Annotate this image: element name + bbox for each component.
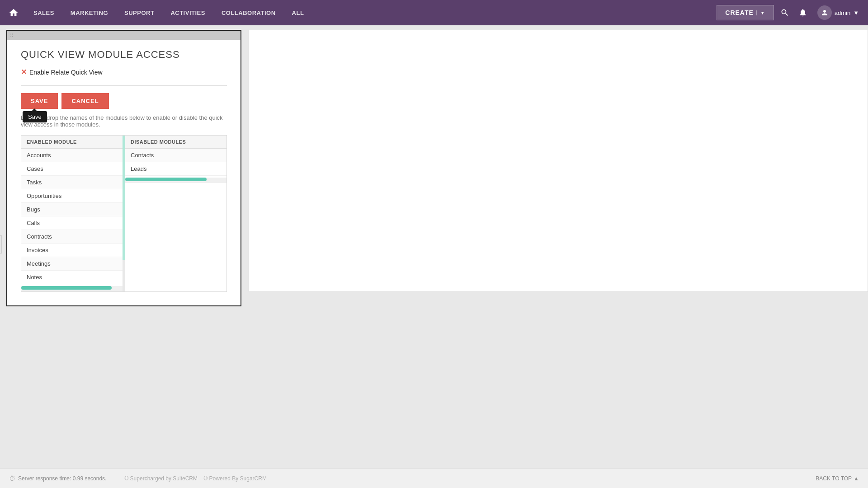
footer-left: ⏱ Server response time: 0.99 seconds. bbox=[9, 475, 106, 482]
save-button[interactable]: SAVE bbox=[21, 93, 58, 109]
disabled-modules-list: ContactsLeads bbox=[125, 149, 226, 176]
panel-content: QUICK VIEW MODULE ACCESS ✕ Enable Relate… bbox=[7, 40, 241, 305]
notifications-button[interactable] bbox=[796, 5, 810, 20]
enabled-modules-list: AccountsCasesTasksOpportunitiesBugsCalls… bbox=[21, 149, 123, 284]
sidebar-toggle[interactable]: ▶ bbox=[0, 235, 2, 253]
user-avatar bbox=[817, 5, 832, 20]
user-label: admin bbox=[835, 9, 850, 16]
drag-dots-icon: ⠿ bbox=[10, 33, 14, 38]
enabled-module-item[interactable]: Invoices bbox=[21, 244, 123, 257]
nav-item-all[interactable]: ALL bbox=[284, 0, 312, 25]
disabled-scrollbar-area[interactable] bbox=[125, 178, 226, 183]
enabled-module-item[interactable]: Tasks bbox=[21, 176, 123, 189]
back-to-top-button[interactable]: BACK TO TOP ▲ bbox=[816, 475, 859, 482]
disabled-column-header: DISABLED MODULES bbox=[125, 136, 226, 149]
nav-menu: SALES MARKETING SUPPORT ACTIVITIES COLLA… bbox=[25, 0, 717, 25]
footer-center: © Supercharged by SuiteCRM © Powered By … bbox=[124, 475, 267, 482]
enabled-module-item[interactable]: Calls bbox=[21, 216, 123, 230]
panel-drag-handle[interactable]: ⠿ bbox=[7, 31, 241, 40]
supercharged-text: © Supercharged by SuiteCRM bbox=[124, 475, 198, 482]
enabled-column: ENABLED MODULE AccountsCasesTasksOpportu… bbox=[21, 136, 123, 291]
content-area bbox=[249, 30, 868, 292]
enabled-scrollbar-thumb[interactable] bbox=[21, 286, 112, 290]
cancel-button[interactable]: CANCEL bbox=[61, 93, 108, 109]
enabled-module-item[interactable]: Meetings bbox=[21, 257, 123, 271]
nav-item-support[interactable]: SUPPORT bbox=[116, 0, 162, 25]
enabled-module-item[interactable]: Contracts bbox=[21, 230, 123, 244]
home-button[interactable] bbox=[5, 5, 22, 21]
nav-item-activities[interactable]: ACTIVITIES bbox=[162, 0, 213, 25]
server-response-text: Server response time: 0.99 seconds. bbox=[18, 475, 106, 482]
enable-label: Enable Relate Quick View bbox=[29, 69, 103, 76]
footer: ⏱ Server response time: 0.99 seconds. © … bbox=[0, 468, 868, 488]
up-arrow-icon: ▲ bbox=[854, 475, 859, 482]
quick-view-panel: ⠿ QUICK VIEW MODULE ACCESS ✕ Enable Rela… bbox=[6, 30, 241, 306]
nav-item-marketing[interactable]: MARKETING bbox=[62, 0, 116, 25]
user-menu-button[interactable]: admin ▼ bbox=[814, 4, 863, 22]
button-row: SAVE CANCEL Save bbox=[21, 93, 227, 109]
enabled-module-item[interactable]: Cases bbox=[21, 162, 123, 176]
disabled-module-item[interactable]: Contacts bbox=[125, 149, 226, 162]
disabled-module-item[interactable]: Leads bbox=[125, 162, 226, 176]
user-dropdown-arrow: ▼ bbox=[853, 9, 859, 16]
create-button[interactable]: CREATE ▼ bbox=[717, 5, 774, 20]
top-navigation: SALES MARKETING SUPPORT ACTIVITIES COLLA… bbox=[0, 0, 868, 25]
enabled-column-header: ENABLED MODULE bbox=[21, 136, 123, 149]
enable-row: ✕ Enable Relate Quick View bbox=[21, 68, 227, 76]
back-to-top-label: BACK TO TOP bbox=[816, 475, 852, 482]
create-dropdown-arrow: ▼ bbox=[756, 10, 765, 15]
disabled-column: DISABLED MODULES ContactsLeads bbox=[125, 136, 226, 291]
enabled-module-item[interactable]: Opportunities bbox=[21, 189, 123, 203]
enabled-scrollbar-area[interactable] bbox=[21, 286, 123, 291]
save-tooltip: Save bbox=[23, 111, 47, 122]
powered-text: © Powered By SugarCRM bbox=[203, 475, 267, 482]
enabled-module-item[interactable]: Bugs bbox=[21, 203, 123, 216]
enabled-module-item[interactable]: Accounts bbox=[21, 149, 123, 162]
nav-right: CREATE ▼ admin ▼ bbox=[717, 4, 863, 22]
nav-item-sales[interactable]: SALES bbox=[25, 0, 62, 25]
main-content: ▶ ⠿ QUICK VIEW MODULE ACCESS ✕ Enable Re… bbox=[0, 25, 868, 464]
drag-instruction: Drag and drop the names of the modules b… bbox=[21, 114, 227, 128]
search-button[interactable] bbox=[778, 5, 792, 20]
panel-title: QUICK VIEW MODULE ACCESS bbox=[21, 49, 227, 61]
x-icon: ✕ bbox=[21, 68, 27, 76]
divider bbox=[21, 85, 227, 86]
clock-icon: ⏱ bbox=[9, 475, 15, 482]
disabled-scrollbar-thumb[interactable] bbox=[125, 178, 207, 181]
create-label: CREATE bbox=[725, 9, 754, 16]
modules-columns: ENABLED MODULE AccountsCasesTasksOpportu… bbox=[21, 135, 227, 292]
enabled-module-item[interactable]: Notes bbox=[21, 271, 123, 284]
nav-item-collaboration[interactable]: COLLABORATION bbox=[213, 0, 284, 25]
